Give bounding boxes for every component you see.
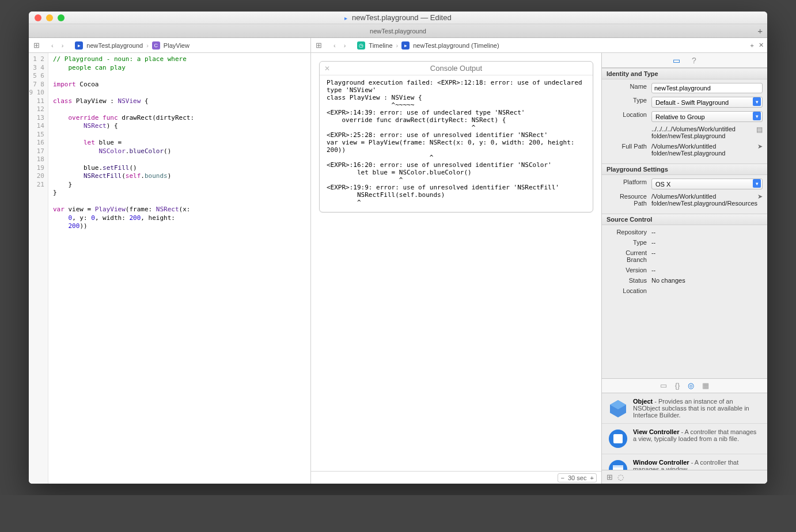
file-inspector-tab[interactable]: ▭	[673, 56, 680, 65]
lib-object-title: Object	[633, 398, 653, 405]
line-numbers: 1 2 3 4 5 6 7 8 9 10 11 12 13 14 15 16 1…	[29, 55, 45, 188]
add-assistant-button[interactable]: +	[750, 42, 754, 49]
file-templates-tab[interactable]: ▭	[660, 381, 667, 390]
media-library-tab[interactable]: ▦	[702, 381, 709, 390]
jump-file[interactable]: newTest.playground	[86, 42, 143, 49]
playground-section: Platform OS X Resource Path /Volumes/Wor…	[602, 175, 767, 214]
scm-repo: --	[651, 229, 763, 235]
tab[interactable]: newTest.playground	[370, 28, 426, 35]
console-output: ✕ Console Output Playground execution fa…	[319, 61, 593, 212]
tab-bar: newTest.playground +	[29, 24, 767, 38]
reveal-in-finder-icon[interactable]: ➤	[757, 143, 763, 150]
type-select[interactable]: Default - Swift Playground	[651, 97, 763, 108]
window-controller-icon	[608, 459, 628, 470]
console-text[interactable]: Playground execution failed: <EXPR>:12:1…	[320, 75, 593, 212]
identity-section: Name Type Default - Swift Playground Loc…	[602, 79, 767, 164]
time-stepper[interactable]: − 30 sec +	[558, 473, 597, 482]
scm-branch: --	[651, 249, 763, 256]
new-tab-button[interactable]: +	[757, 26, 763, 36]
fullpath-label: Full Path	[607, 143, 651, 150]
library-item-view-controller[interactable]: View Controller - A controller that mana…	[602, 424, 767, 454]
lib-vc-title: View Controller	[633, 428, 679, 435]
location-label: Location	[607, 111, 651, 118]
resource-path-label: Resource Path	[607, 193, 651, 207]
identity-section-header: Identity and Type	[602, 68, 767, 79]
console-title: Console Output	[324, 64, 588, 73]
playground-file-icon: ▸	[401, 41, 410, 50]
scm-type-label: Type	[607, 239, 651, 246]
scm-section: Repository-- Type-- Current Branch-- Ver…	[602, 225, 767, 301]
source-code[interactable]: // Playground - noun: a place where peop…	[48, 53, 310, 484]
forward-button[interactable]: ›	[342, 42, 348, 49]
code-snippets-tab[interactable]: {}	[675, 381, 680, 390]
scm-section-header: Source Control	[602, 214, 767, 225]
playground-section-header: Playground Settings	[602, 164, 767, 175]
choose-location-icon[interactable]: ▤	[756, 126, 763, 134]
time-value: 30	[568, 474, 575, 481]
scm-status-label: Status	[607, 277, 651, 284]
timeline-footer: − 30 sec +	[311, 471, 601, 484]
scm-location-label: Location	[607, 287, 651, 294]
chevron-right-icon: ›	[396, 42, 399, 49]
object-icon	[608, 398, 628, 419]
location-select[interactable]: Relative to Group	[651, 111, 763, 122]
console-header: ✕ Console Output	[320, 62, 593, 75]
full-path: /Volumes/Work/untitled folder/newTest.pl…	[651, 143, 757, 157]
view-controller-icon	[608, 428, 628, 449]
utilities-panel: ▭ ? Identity and Type Name Type Default …	[601, 53, 767, 484]
name-field[interactable]	[651, 83, 763, 93]
platform-label: Platform	[607, 178, 651, 185]
library-view-grid-icon[interactable]: ⊞	[607, 473, 613, 481]
scm-branch-label: Current Branch	[607, 249, 651, 263]
line-gutter: 1 2 3 4 5 6 7 8 9 10 11 12 13 14 15 16 1…	[29, 53, 48, 484]
object-library-tab[interactable]: ◎	[688, 381, 694, 390]
titlebar: ▸ newTest.playground — Edited	[29, 12, 767, 24]
type-label: Type	[607, 97, 651, 104]
close-console-button[interactable]: ✕	[324, 64, 330, 73]
timeline-file-crumb[interactable]: newTest.playground (Timeline)	[413, 42, 499, 49]
window-title: ▸ newTest.playground — Edited	[29, 13, 767, 22]
timeline-icon: ◷	[357, 41, 365, 50]
library-item-object[interactable]: Object - Provides an instance of an NSOb…	[602, 393, 767, 424]
forward-button[interactable]: ›	[59, 42, 66, 49]
jump-symbol[interactable]: PlayView	[164, 42, 189, 49]
jump-bar: ⊞ ‹ › ▸ newTest.playground › C PlayView …	[29, 38, 767, 53]
class-icon: C	[152, 41, 160, 50]
resource-path: /Volumes/Work/untitled folder/newTest.pl…	[651, 193, 757, 207]
quick-help-tab[interactable]: ?	[692, 56, 696, 65]
scm-type: --	[651, 239, 763, 246]
time-unit: sec	[577, 474, 586, 481]
back-button[interactable]: ‹	[331, 42, 338, 49]
library-tab-bar: ▭ {} ◎ ▦	[602, 378, 767, 393]
timeline-area: ✕ Console Output Playground execution fa…	[311, 53, 601, 471]
assistant-editor: ✕ Console Output Playground execution fa…	[311, 53, 601, 484]
lib-wc-title: Window Controller	[633, 459, 689, 466]
name-label: Name	[607, 83, 651, 90]
related-items-icon[interactable]: ⊞	[316, 41, 322, 50]
chevron-right-icon: ›	[146, 42, 149, 49]
svg-rect-6	[613, 465, 623, 468]
library-footer: ⊞ ◌	[602, 470, 767, 484]
relative-path: ../../../../Volumes/Work/untitled folder…	[651, 126, 756, 139]
document-icon: ▸	[344, 15, 347, 21]
xcode-window: ▸ newTest.playground — Edited newTest.pl…	[29, 12, 767, 484]
window-title-text: newTest.playground — Edited	[352, 13, 452, 22]
scm-status: No changes	[651, 277, 763, 284]
related-items-icon[interactable]: ⊞	[33, 41, 40, 50]
library-filter-icon[interactable]: ◌	[617, 473, 624, 481]
library-item-window-controller[interactable]: Window Controller - A controller that ma…	[602, 454, 767, 470]
timeline-crumb[interactable]: Timeline	[369, 42, 392, 49]
svg-rect-3	[613, 434, 623, 443]
jump-bar-left: ⊞ ‹ › ▸ newTest.playground › C PlayView	[29, 38, 311, 52]
playground-file-icon: ▸	[75, 41, 83, 50]
source-editor[interactable]: 1 2 3 4 5 6 7 8 9 10 11 12 13 14 15 16 1…	[29, 53, 311, 484]
jump-bar-right: ⊞ ‹ › ◷ Timeline › ▸ newTest.playground …	[311, 38, 767, 52]
reveal-resources-icon[interactable]: ➤	[757, 193, 763, 200]
object-library[interactable]: Object - Provides an instance of an NSOb…	[602, 393, 767, 470]
inspector-tab-bar: ▭ ?	[602, 53, 767, 68]
back-button[interactable]: ‹	[49, 42, 56, 49]
scm-version-label: Version	[607, 267, 651, 273]
scm-repo-label: Repository	[607, 229, 651, 235]
close-assistant-button[interactable]: ✕	[759, 41, 764, 49]
platform-select[interactable]: OS X	[651, 178, 763, 189]
